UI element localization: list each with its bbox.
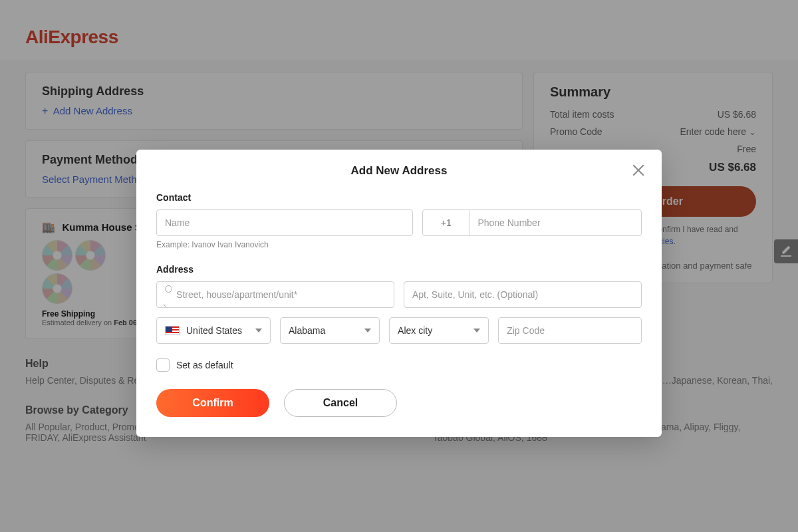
search-icon: [165, 284, 176, 305]
zip-input[interactable]: [507, 325, 633, 336]
phone-input[interactable]: [477, 217, 633, 228]
state-value: Alabama: [289, 325, 325, 336]
city-value: Alex city: [398, 325, 432, 336]
name-field[interactable]: [156, 209, 413, 236]
name-hint: Example: Ivanov Ivan Ivanovich: [156, 240, 642, 249]
street-field[interactable]: [156, 281, 394, 308]
state-select[interactable]: Alabama: [280, 317, 380, 344]
city-select[interactable]: Alex city: [389, 317, 489, 344]
name-input[interactable]: [165, 217, 404, 228]
country-select[interactable]: United States: [156, 317, 271, 344]
apt-input[interactable]: [412, 289, 633, 300]
contact-section-label: Contact: [156, 192, 642, 203]
zip-field[interactable]: [498, 317, 642, 344]
cancel-button[interactable]: Cancel: [284, 389, 397, 417]
confirm-button[interactable]: Confirm: [156, 389, 269, 417]
apt-field[interactable]: [404, 281, 642, 308]
set-default-checkbox[interactable]: [156, 358, 170, 372]
add-address-modal: Add New Address Contact +1 Example: Ivan…: [136, 150, 662, 437]
chevron-down-icon: [473, 329, 480, 332]
phone-prefix[interactable]: +1: [423, 210, 469, 235]
modal-title: Add New Address: [156, 164, 642, 178]
flag-us-icon: [165, 326, 180, 335]
set-default-label: Set as default: [176, 360, 233, 370]
country-value: United States: [186, 325, 242, 336]
phone-field[interactable]: +1: [422, 209, 642, 236]
street-input[interactable]: [176, 289, 386, 300]
chevron-down-icon: [364, 329, 371, 332]
chevron-down-icon: [255, 329, 262, 332]
close-icon[interactable]: [630, 162, 647, 179]
address-section-label: Address: [156, 264, 642, 275]
modal-overlay: Add New Address Contact +1 Example: Ivan…: [0, 0, 798, 532]
